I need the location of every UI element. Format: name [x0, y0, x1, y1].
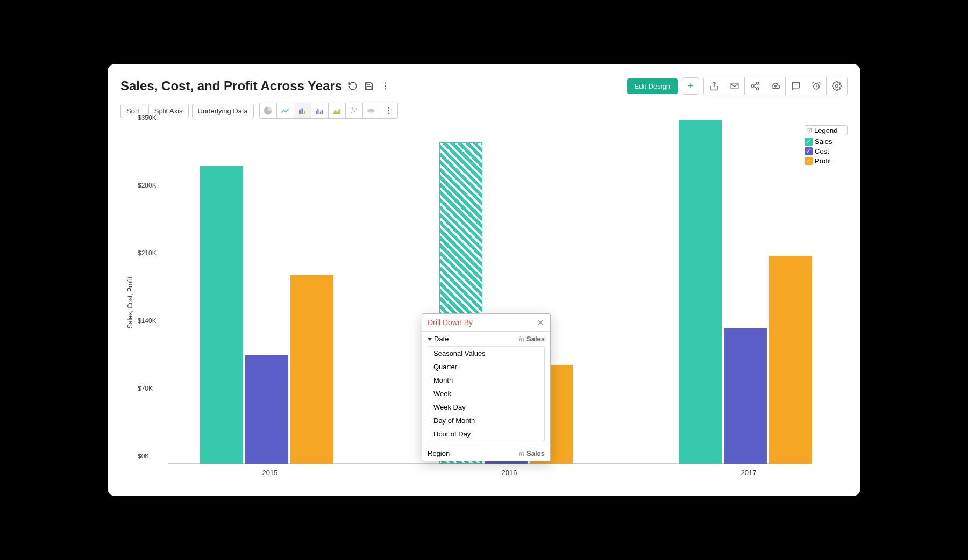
- drill-options-list: Seasonal ValuesQuarterMonthWeekWeek DayD…: [428, 346, 545, 441]
- page-title: Sales, Cost, and Profit Across Years: [120, 78, 342, 94]
- drill-row-source: in Sales: [519, 335, 545, 343]
- bar-group: [679, 120, 812, 464]
- svg-line-12: [819, 82, 820, 83]
- header-right: Edit Design +: [627, 77, 848, 95]
- share-icon[interactable]: [745, 77, 765, 95]
- svg-point-28: [388, 113, 389, 114]
- svg-point-22: [353, 109, 354, 110]
- bar[interactable]: [200, 166, 243, 464]
- y-tick: $140K: [138, 317, 156, 325]
- svg-point-25: [352, 107, 353, 109]
- svg-point-13: [836, 85, 838, 88]
- svg-point-5: [756, 82, 759, 85]
- y-tick: $350K: [138, 114, 156, 121]
- bar[interactable]: [290, 275, 333, 464]
- bar[interactable]: [769, 256, 812, 464]
- chart-more-icon[interactable]: [380, 103, 397, 118]
- svg-point-27: [388, 110, 389, 111]
- bar[interactable]: [679, 120, 722, 464]
- y-tick: $210K: [138, 249, 156, 257]
- bar[interactable]: [724, 328, 767, 464]
- header-row: Sales, Cost, and Profit Across Years Edi…: [120, 77, 848, 95]
- svg-rect-15: [302, 109, 303, 114]
- grouped-bar-icon[interactable]: [311, 103, 329, 118]
- add-button[interactable]: +: [682, 77, 699, 95]
- x-tick: 2016: [502, 469, 517, 477]
- y-axis-label: Sales, Cost, Profit: [126, 277, 134, 328]
- underlying-data-button[interactable]: Underlying Data: [192, 104, 254, 118]
- legend-label: Sales: [815, 138, 832, 146]
- drill-option[interactable]: Hour of Day: [428, 427, 544, 441]
- svg-point-23: [354, 111, 355, 112]
- chart-area: Sales, Cost, Profit $0K$70K$140K$210K$28…: [120, 125, 805, 480]
- drill-option[interactable]: Quarter: [428, 360, 544, 374]
- mail-icon[interactable]: [724, 77, 745, 95]
- edit-design-button[interactable]: Edit Design: [627, 78, 678, 94]
- drill-row-region[interactable]: Region in Sales: [422, 446, 550, 461]
- drill-row-label: Region: [428, 449, 450, 457]
- svg-rect-16: [304, 111, 305, 114]
- bar-group: [200, 166, 333, 464]
- svg-point-1: [385, 85, 386, 87]
- drill-row-date[interactable]: Date in Sales: [422, 332, 550, 346]
- pie-chart-icon[interactable]: [260, 103, 277, 118]
- popover-header: Drill Down By: [422, 314, 550, 332]
- svg-line-8: [753, 84, 756, 85]
- y-tick: $70K: [138, 385, 153, 392]
- bar[interactable]: [245, 355, 288, 464]
- chart-wrap: Sales, Cost, Profit $0K$70K$140K$210K$28…: [120, 125, 848, 480]
- drill-option[interactable]: Week Day: [428, 400, 544, 414]
- y-tick: $0K: [138, 453, 149, 460]
- save-icon[interactable]: [364, 81, 374, 91]
- report-window: Sales, Cost, and Profit Across Years Edi…: [108, 64, 860, 496]
- svg-point-21: [351, 112, 352, 113]
- chart-type-group: [259, 103, 398, 119]
- drill-option[interactable]: Week: [428, 387, 544, 400]
- y-tick: $280K: [138, 182, 156, 189]
- svg-rect-14: [299, 110, 301, 114]
- svg-point-26: [388, 107, 389, 109]
- refresh-icon[interactable]: [347, 81, 358, 91]
- bar-chart-icon[interactable]: [294, 103, 311, 118]
- svg-line-9: [753, 87, 756, 88]
- header-left: Sales, Cost, and Profit Across Years: [120, 78, 390, 94]
- comment-icon[interactable]: [786, 77, 806, 95]
- line-chart-icon[interactable]: [277, 103, 294, 118]
- close-icon[interactable]: [536, 318, 545, 327]
- drill-down-popover: Drill Down By Date in Sales Seasonal Val…: [422, 313, 551, 461]
- svg-rect-17: [316, 111, 317, 114]
- gear-icon[interactable]: [827, 77, 847, 95]
- action-icon-group: [703, 77, 848, 95]
- svg-line-11: [812, 82, 813, 83]
- svg-rect-20: [322, 110, 323, 114]
- popover-title: Drill Down By: [428, 318, 473, 327]
- x-tick: 2015: [262, 469, 278, 477]
- drill-row-label: Date: [434, 335, 449, 343]
- svg-rect-19: [320, 112, 321, 114]
- scatter-chart-icon[interactable]: [346, 103, 363, 118]
- drill-option[interactable]: Month: [428, 374, 544, 387]
- map-chart-icon[interactable]: [363, 103, 380, 118]
- alarm-icon[interactable]: [806, 77, 827, 95]
- drill-option[interactable]: Day of Month: [428, 414, 544, 427]
- drill-row-source: in Sales: [519, 449, 545, 457]
- x-tick: 2017: [741, 469, 757, 477]
- drill-option[interactable]: Seasonal Values: [428, 347, 544, 360]
- chevron-down-icon: [428, 338, 432, 341]
- legend-label: Profit: [815, 157, 831, 165]
- legend-title-label: Legend: [814, 126, 837, 134]
- area-chart-icon[interactable]: [329, 103, 346, 118]
- export-icon[interactable]: [704, 77, 724, 95]
- svg-point-0: [385, 83, 386, 84]
- legend-label: Cost: [815, 147, 829, 155]
- sub-toolbar: Sort Split Axis Underlying Data: [120, 103, 848, 119]
- svg-point-7: [756, 88, 759, 90]
- svg-point-24: [356, 108, 357, 109]
- svg-point-2: [385, 88, 386, 89]
- cloud-icon[interactable]: [765, 77, 786, 95]
- svg-point-6: [751, 85, 754, 88]
- more-icon[interactable]: [380, 81, 390, 91]
- svg-rect-18: [318, 109, 319, 114]
